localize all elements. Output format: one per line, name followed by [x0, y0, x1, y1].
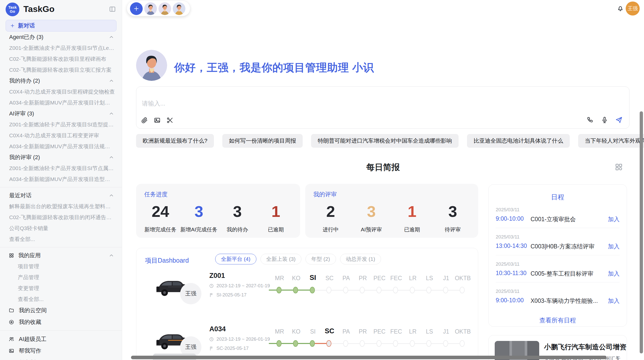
sidebar-item[interactable]: C02-飞腾新能源轻客改款项目里程碑画布 [0, 53, 122, 64]
stat-cell: 2进行中 [310, 204, 351, 233]
recent-chat-item[interactable]: 解释最新出台的欧盟报废车法规再生塑料比例被调至15%... [0, 201, 122, 212]
scroll-right-arrow-icon[interactable] [614, 354, 621, 360]
sidebar-section-header[interactable]: 最近对话 [0, 190, 122, 201]
image-icon[interactable] [154, 117, 161, 124]
app-item[interactable]: 变更管理 [0, 283, 122, 294]
sidebar-item[interactable]: A034-全新新能源MUV产品开发项目法规符合性评审 [0, 141, 122, 152]
app-item[interactable]: 项目管理 [0, 261, 122, 272]
phone-icon[interactable] [587, 116, 594, 124]
milestone-dot [360, 287, 365, 293]
sidebar-item[interactable]: C0X4-动力总成开发项目工程变更评审 [0, 130, 122, 141]
section-label: AI评审 (3) [9, 110, 34, 117]
suggestion-chip[interactable]: 欧洲新规最近颁布了什么? [136, 134, 214, 148]
message-input[interactable] [142, 100, 498, 107]
sidebar-link-star-circle[interactable]: 我的收藏 [0, 316, 122, 328]
milestone-dot [310, 340, 315, 347]
agent-avatar[interactable] [173, 2, 185, 15]
notification-bell-icon[interactable] [617, 5, 624, 12]
dashboard-tab[interactable]: 全新上装 (3) [260, 254, 302, 264]
milestone-dot [410, 287, 415, 293]
recent-chat-item[interactable]: 公司Q3轻卡销量 [0, 223, 122, 234]
new-chat-label: 新对话 [18, 22, 35, 29]
schedule-divider [496, 228, 620, 228]
chevron-up-icon[interactable] [109, 111, 114, 116]
sidebar-tool-image[interactable]: 帮我写作 [0, 345, 122, 357]
sidebar-item[interactable]: C0X4-动力总成开发项目SI里程碑提交物检查 [0, 86, 122, 97]
suggestion-chip[interactable]: 当下年轻人对汽车外观有怎样的喜好趋势 [578, 134, 644, 148]
milestone-dot [293, 340, 298, 347]
sidebar-item[interactable]: Z001-全新燃油轻卡产品开发项目SI节点属性5D文件评审 [0, 163, 122, 174]
chevron-up-icon[interactable] [109, 155, 114, 160]
project-flag: SI-2025-05-17 [209, 292, 246, 298]
assistant-avatar [136, 50, 167, 81]
stat-cell: 1已逾期 [392, 204, 432, 233]
dashboard-title: 项目Dashboard [145, 256, 189, 265]
join-meeting-link[interactable]: 加入 [608, 270, 620, 278]
sidebar-section-header[interactable]: Agent已办 (3) [0, 32, 122, 42]
horizontal-scrollbar[interactable] [131, 356, 607, 359]
agent-avatar[interactable] [158, 2, 171, 15]
schedule-date: 2025/03/11 [496, 207, 620, 213]
clock-icon [209, 283, 214, 288]
agent-avatar[interactable] [144, 2, 157, 15]
send-icon[interactable] [615, 116, 623, 124]
sidebar-link-folder[interactable]: 我的云空间 [0, 305, 122, 316]
sidebar-item[interactable]: Z001-全新燃油皮卡产品开发项目SI节点Lesson Learn报告 [0, 42, 122, 53]
project-dates-text: 2023-12-19 ~ 2027-01-19 [216, 283, 270, 289]
recent-chat-item[interactable]: C02-飞腾新能源轻客改款项目的闭环通告反馈情况 [0, 212, 122, 223]
sidebar-tool-pen[interactable]: 创意制图 [0, 357, 122, 360]
stat-label: 我的待办 [218, 226, 257, 233]
suggestion-chip[interactable]: 比亚迪全固态电池计划具体说了什么 [467, 134, 570, 148]
news-title: 小鹏飞行汽车制造公司增资 [544, 342, 626, 352]
schedule-time: 9:00-10:00 [496, 297, 524, 304]
chevron-up-icon[interactable] [109, 253, 114, 258]
section-label: 我的待办 (2) [9, 77, 40, 85]
sidebar-item[interactable]: A034-全新新能源MUV产品开发项目计划变更表编写 [0, 97, 122, 108]
join-meeting-link[interactable]: 加入 [608, 243, 620, 250]
user-avatar[interactable]: 王强 [626, 2, 640, 16]
stat-label: 已逾期 [392, 226, 432, 233]
sidebar-tool-label: 创意制图 [19, 359, 41, 360]
sidebar-collapse-icon[interactable] [109, 6, 116, 13]
chevron-up-icon[interactable] [109, 78, 114, 84]
briefing-layout-icon[interactable] [614, 163, 623, 171]
schedule-time: 13:00-14:30 [496, 243, 527, 249]
milestone-label: J1 [438, 328, 455, 335]
join-meeting-link[interactable]: 加入 [608, 297, 620, 305]
milestone-label: SI [304, 274, 321, 282]
sidebar-section-header[interactable]: 我的评审 (2) [0, 152, 122, 163]
mic-icon[interactable] [601, 116, 608, 124]
sidebar-item[interactable]: A034-全新新能源MUV产品开发项目造型可行性评审 [0, 174, 122, 185]
scissors-icon[interactable] [166, 117, 173, 124]
schedule-item: 2025/03/119:00-10:00X003-车辆动力学性能验...加入 [496, 289, 620, 314]
taskgo-logo: Task Go [6, 3, 19, 16]
sidebar-item[interactable]: C02-飞腾新能源轻客改款项目立项汇报方案 [0, 64, 122, 75]
sidebar-my-apps-header[interactable]: 我的应用 [0, 250, 122, 261]
milestone-dot [443, 287, 448, 293]
vertical-scrollbar[interactable] [640, 111, 643, 353]
app-item[interactable]: 查看全部... [0, 294, 122, 305]
suggestion-chip[interactable]: 特朗普可能对进口汽车增税会对中国车企造成哪些影响 [311, 134, 459, 148]
section-label: 我的评审 (2) [9, 154, 40, 161]
dashboard-tab[interactable]: 动总开发 (1) [340, 254, 381, 264]
sidebar-section-header[interactable]: 我的待办 (2) [0, 75, 122, 86]
view-all-chats-link[interactable]: 查看全部... [0, 234, 122, 245]
dashboard-tab[interactable]: 全新平台 (4) [215, 254, 256, 264]
milestone-label: SC [321, 327, 338, 335]
scroll-down-arrow-icon[interactable] [620, 346, 626, 352]
view-all-schedule-link[interactable]: 查看所有日程 [489, 316, 627, 324]
sidebar-item[interactable]: Z001-全新燃油轻卡产品开发项目SI造型提交物评审 [0, 119, 122, 130]
chevron-up-icon[interactable] [109, 193, 114, 198]
new-chat-button[interactable]: 新对话 [6, 20, 116, 32]
image-icon [9, 348, 14, 354]
app-item[interactable]: 产品管理 [0, 272, 122, 283]
add-conversation-button[interactable] [130, 2, 143, 15]
sidebar-section-header[interactable]: AI评审 (3) [0, 108, 122, 119]
chevron-up-icon[interactable] [109, 34, 114, 40]
dashboard-tab[interactable]: 年型 (2) [305, 254, 336, 264]
suggestion-chip[interactable]: 如何写一份清晰的项目周报 [222, 134, 303, 148]
sidebar-tool-users[interactable]: AI超级员工 [0, 333, 122, 345]
app-title: TaskGo [23, 4, 54, 14]
join-meeting-link[interactable]: 加入 [608, 215, 620, 223]
paperclip-icon[interactable] [141, 117, 148, 124]
